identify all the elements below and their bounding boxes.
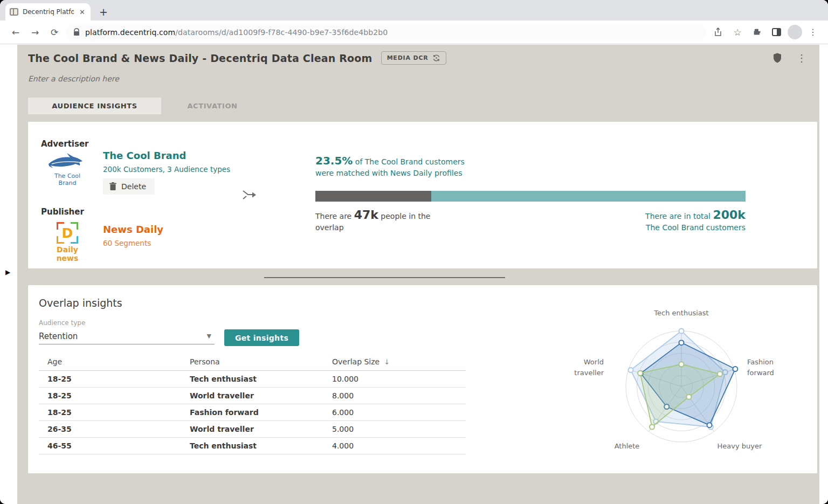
overlap-insights-card: Overlap insights Audience type Retention…	[28, 285, 817, 473]
advertiser-logo: The Cool Brand	[46, 152, 88, 187]
publisher-name: News Daily	[103, 224, 163, 235]
browser-tab-title: Decentriq Platform	[23, 8, 74, 16]
table-row: 18-25World traveller8.000	[39, 388, 466, 404]
audience-type-value: Retention	[39, 332, 78, 341]
media-dcr-badge: MEDIA DCR	[381, 51, 446, 65]
extensions-puzzle-icon[interactable]	[749, 24, 765, 40]
side-panel-icon[interactable]	[768, 24, 784, 40]
browser-urlbar: ← → ⟳ platform.decentriq.com/datarooms/d…	[0, 20, 828, 44]
shield-icon[interactable]	[773, 53, 782, 63]
sync-icon	[432, 54, 440, 62]
chevron-down-icon: ▼	[207, 333, 215, 340]
overlap-bar	[315, 191, 746, 202]
tab-audience-insights[interactable]: AUDIENCE INSIGHTS	[28, 98, 161, 114]
table-row: 46-55Tech enthusiast4.000	[39, 438, 466, 454]
browser-menu-icon[interactable]: ⋮	[805, 27, 820, 37]
sort-desc-icon[interactable]: ↓	[384, 358, 390, 366]
radar-label-fashion-forward: Fashion forward	[747, 357, 790, 378]
column-age[interactable]: Age	[39, 357, 181, 366]
share-icon[interactable]	[710, 24, 726, 40]
page-title: The Cool Brand & News Daily - Decentriq …	[28, 52, 372, 64]
insights-title: Overlap insights	[39, 297, 122, 309]
radar-label-heavy-buyer: Heavy buyer	[702, 441, 777, 452]
cell-persona: Tech enthusiast	[181, 375, 323, 383]
cell-overlap-size: 6.000	[323, 408, 466, 417]
app-tabs: AUDIENCE INSIGHTS ACTIVATION	[28, 98, 264, 114]
delete-button[interactable]: Delete	[103, 178, 155, 195]
shark-logo-icon	[46, 152, 84, 171]
cell-age: 18-25	[39, 375, 181, 383]
new-tab-button[interactable]: +	[96, 4, 111, 19]
cell-persona: World traveller	[181, 391, 323, 400]
cell-persona: Fashion forward	[181, 408, 323, 417]
column-persona[interactable]: Persona	[181, 357, 323, 366]
tab-activation[interactable]: ACTIVATION	[161, 98, 264, 114]
browser-window: Decentriq Platform ✕ + ← → ⟳ platform.de…	[0, 0, 828, 504]
profile-avatar[interactable]	[788, 25, 802, 39]
insights-table-header: Age Persona Overlap Size↓	[39, 353, 466, 371]
description-field[interactable]: Enter a description here	[28, 74, 119, 83]
cell-persona: World traveller	[181, 425, 323, 433]
get-insights-button[interactable]: Get insights	[224, 329, 299, 346]
radar-label-tech-enthusiast: Tech enthusiast	[638, 308, 724, 319]
audience-type-label: Audience type	[39, 319, 85, 327]
app-area: ▶ The Cool Brand & News Daily - Decentri…	[0, 45, 828, 504]
column-overlap-size[interactable]: Overlap Size↓	[323, 357, 466, 366]
cell-age: 18-25	[39, 408, 181, 417]
cell-persona: Tech enthusiast	[181, 441, 323, 450]
decentriq-favicon	[10, 8, 18, 16]
insights-table-body: 18-25Tech enthusiast10.00018-25World tra…	[39, 371, 466, 454]
publisher-details: 60 Segments	[103, 239, 163, 247]
cell-overlap-size: 8.000	[323, 391, 466, 400]
publisher-label: Publisher	[41, 207, 84, 217]
overlap-bar-dark-segment	[315, 191, 431, 202]
insights-table: Age Persona Overlap Size↓ 18-25Tech enth…	[39, 353, 466, 454]
merge-arrow-icon	[242, 189, 257, 202]
lock-icon	[73, 28, 80, 36]
advertiser-name: The Cool Brand	[103, 150, 230, 161]
match-percent: 23.5%	[315, 154, 353, 167]
address-bar[interactable]: platform.decentriq.com/datarooms/d/ad100…	[66, 24, 707, 41]
trash-icon	[109, 182, 116, 191]
app-background: The Cool Brand & News Daily - Decentriq …	[17, 45, 819, 504]
forward-icon[interactable]: →	[27, 24, 43, 40]
radar-label-athlete: Athlete	[600, 441, 654, 452]
table-row: 18-25Fashion forward6.000	[39, 404, 466, 421]
tab-close-icon[interactable]: ✕	[78, 8, 86, 16]
publisher-logo-caption: Daily news	[47, 245, 87, 263]
daily-news-logo-icon: D	[56, 222, 79, 244]
publisher-logo: D Daily news	[47, 222, 87, 263]
overlap-summary-card: Advertiser The Cool Brand The Cool Brand…	[28, 122, 817, 268]
cell-age: 18-25	[39, 391, 181, 400]
advertiser-details: 200k Customers, 3 Audience types	[103, 165, 230, 174]
cell-overlap-size: 4.000	[323, 441, 466, 450]
reload-icon[interactable]: ⟳	[46, 24, 63, 40]
cards-resize-divider[interactable]	[264, 277, 505, 278]
dcr-menu-icon[interactable]: ⋮	[794, 52, 810, 64]
total-customers: There are in total 200k The Cool Brand c…	[645, 209, 746, 233]
cell-age: 46-55	[39, 441, 181, 450]
overlap-stats: 23.5% of The Cool Brand customers were m…	[315, 155, 746, 233]
persona-radar-chart	[575, 302, 790, 460]
browser-tab[interactable]: Decentriq Platform ✕	[5, 3, 91, 20]
overlap-count: There are 47k people in the overlap	[315, 209, 437, 233]
table-row: 26-35World traveller5.000	[39, 421, 466, 438]
cell-overlap-size: 10.000	[323, 375, 466, 383]
audience-type-select[interactable]: Retention ▼	[39, 328, 215, 344]
cell-age: 26-35	[39, 425, 181, 433]
bookmark-star-icon[interactable]: ☆	[729, 24, 746, 40]
advertiser-label: Advertiser	[41, 139, 89, 149]
table-row: 18-25Tech enthusiast10.000	[39, 371, 466, 388]
back-icon[interactable]: ←	[8, 24, 24, 40]
match-statement: 23.5% of The Cool Brand customers were m…	[315, 155, 746, 179]
panel-expand-toggle[interactable]: ▶	[5, 268, 10, 276]
cell-overlap-size: 5.000	[323, 425, 466, 433]
advertiser-logo-caption: The Cool Brand	[46, 172, 88, 187]
browser-tabstrip: Decentriq Platform ✕ +	[0, 0, 828, 20]
radar-label-world-traveller: World traveller	[558, 357, 604, 378]
url-text: platform.decentriq.com/datarooms/d/ad100…	[85, 28, 388, 37]
